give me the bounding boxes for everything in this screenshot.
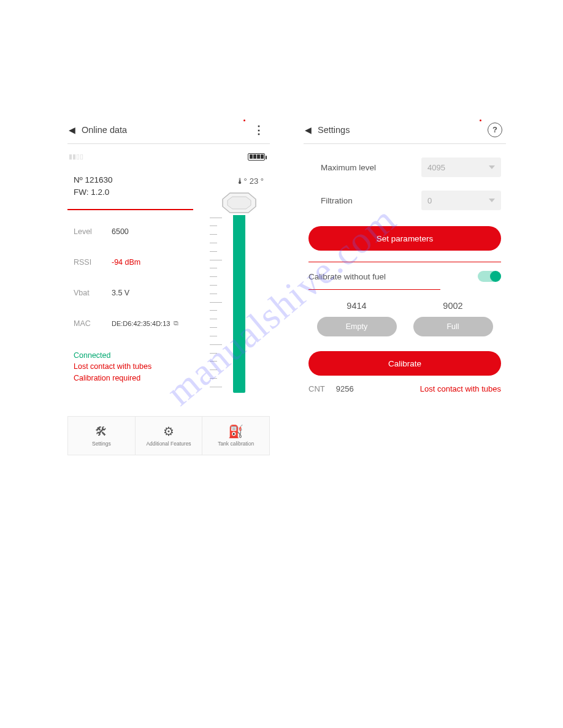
rssi-row: RSSI -94 dBm xyxy=(74,258,209,267)
copy-icon[interactable]: ⧉ xyxy=(174,319,178,327)
kebab-menu-icon[interactable]: ⋮ xyxy=(251,123,266,137)
status-messages: Connected Lost contact with tubes Calibr… xyxy=(74,350,209,384)
back-icon[interactable]: ◀ xyxy=(69,125,75,135)
page-title: Online data xyxy=(82,125,251,135)
device-number: Nº 121630 xyxy=(74,174,230,186)
cnt-row: CNT 9256 Lost contact with tubes xyxy=(304,376,506,402)
vbat-row: Vbat 3.5 V xyxy=(74,289,209,297)
firmware-version: FW: 1.2.0 xyxy=(74,186,230,199)
nav-settings[interactable]: 🛠 Settings xyxy=(68,417,136,455)
nav-tank-calibration[interactable]: ⛽ Tank calibration xyxy=(202,417,269,455)
filtration-select[interactable]: 0 xyxy=(421,191,501,210)
level-row: Level 6500 xyxy=(74,227,209,236)
empty-button[interactable]: Empty xyxy=(317,317,397,336)
toggle-knob xyxy=(490,271,501,282)
full-button[interactable]: Full xyxy=(413,317,493,336)
settings-panel: ◀ Settings ? Maximum level 4095 Filtrati… xyxy=(304,119,506,455)
sensor-cap-icon xyxy=(218,191,261,215)
fuel-can-icon: ⛽ xyxy=(228,424,243,439)
bottom-nav: 🛠 Settings ⚙ Additional Features ⛽ Tank … xyxy=(67,416,270,455)
notification-dot xyxy=(480,119,481,121)
calibrate-without-fuel-toggle[interactable] xyxy=(478,271,501,282)
cnt-error: Lost contact with tubes xyxy=(420,384,501,393)
calibration-values: 9414 Empty 9002 Full xyxy=(304,290,506,343)
filtration-row: Filtration 0 xyxy=(308,191,501,210)
status-bar: ▮▮▯▯ xyxy=(67,144,270,169)
notification-dot xyxy=(243,119,245,121)
empty-value: 9414 xyxy=(347,301,366,311)
full-value: 9002 xyxy=(443,301,462,311)
header: ◀ Online data ⋮ xyxy=(67,119,270,144)
nav-additional[interactable]: ⚙ Additional Features xyxy=(136,417,203,455)
gauge-scale xyxy=(210,218,228,395)
page-title: Settings xyxy=(318,125,488,135)
maximum-level-select[interactable]: 4095 xyxy=(421,157,501,177)
gauge-tube xyxy=(233,215,245,393)
calibrate-button[interactable]: Calibrate xyxy=(308,351,501,376)
help-icon[interactable]: ? xyxy=(488,123,502,137)
set-parameters-button[interactable]: Set parameters xyxy=(308,226,501,251)
signal-icon: ▮▮▯▯ xyxy=(69,153,83,161)
back-icon[interactable]: ◀ xyxy=(305,125,312,135)
svg-marker-1 xyxy=(228,197,251,209)
calibrate-without-fuel-row: Calibrate without fuel xyxy=(304,262,506,289)
cnt-label: CNT xyxy=(308,384,325,393)
tools-icon: 🛠 xyxy=(95,425,107,439)
status-lost: Lost contact with tubes xyxy=(74,361,209,373)
temperature: 🌡° 23 ° xyxy=(236,176,264,186)
online-data-panel: ◀ Online data ⋮ ▮▮▯▯ Nº 121630 FW: 1.2.0… xyxy=(67,119,270,455)
mac-row: MAC DE:D6:42:35:4D:13 ⧉ xyxy=(74,319,209,328)
maximum-level-row: Maximum level 4095 xyxy=(308,157,501,177)
thermometer-icon: 🌡° xyxy=(236,176,247,186)
battery-icon xyxy=(248,153,265,161)
fuel-gauge xyxy=(209,191,270,393)
cnt-value: 9256 xyxy=(336,384,420,393)
status-calibration: Calibration required xyxy=(74,373,209,384)
readings: Level 6500 RSSI -94 dBm Vbat 3.5 V MAC D… xyxy=(67,227,209,393)
status-connected: Connected xyxy=(74,350,209,362)
header: ◀ Settings ? xyxy=(304,119,506,144)
gear-icon: ⚙ xyxy=(163,424,174,439)
